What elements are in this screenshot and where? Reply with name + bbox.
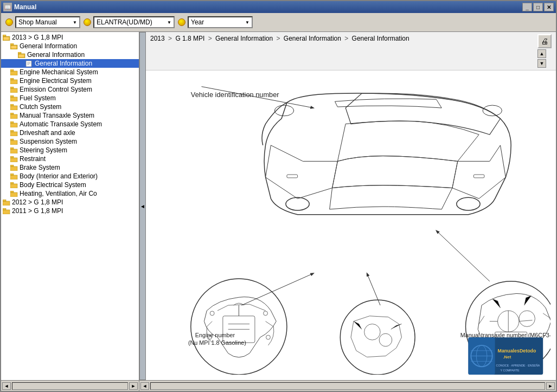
- breadcrumb-sep-2: >: [208, 35, 214, 42]
- folder-icon-eng-elec: [10, 77, 18, 85]
- sidebar-item-auto-trans[interactable]: Automatic Transaxle System: [1, 120, 139, 128]
- content-scroll-left[interactable]: ◄: [140, 382, 149, 390]
- sidebar-scroll-left[interactable]: ◄: [2, 382, 11, 390]
- sidebar-item-2012[interactable]: 2012 > G 1,8 MPI: [1, 198, 139, 207]
- svg-text:.Net: .Net: [503, 355, 511, 359]
- folder-icon-auto-trans: [10, 120, 18, 128]
- window-controls: _ □ ✕: [522, 3, 554, 11]
- print-button-area: 🖨 ▲ ▼: [537, 34, 552, 68]
- year-dot: [178, 18, 185, 26]
- sidebar-item-eng-elec[interactable]: Engine Electrical System: [1, 76, 139, 85]
- year-arrow: ▼: [245, 20, 249, 25]
- breadcrumb-cat3: General Information: [352, 35, 409, 42]
- window-title: Manual: [14, 3, 36, 11]
- sidebar-scrollbar-h[interactable]: [12, 382, 128, 390]
- sidebar-item-restraint[interactable]: Restraint: [1, 155, 139, 163]
- sidebar-item-emission[interactable]: Emission Control System: [1, 85, 139, 94]
- sidebar-label-driveshaft: Driveshaft and axle: [20, 129, 75, 137]
- sidebar-label-eng-elec: Engine Electrical System: [20, 77, 92, 85]
- year-dropdown[interactable]: Year ▼: [188, 16, 253, 28]
- sidebar-item-hvac[interactable]: Heating, Ventilation, Air Co: [1, 189, 139, 198]
- sidebar-item-body[interactable]: Body (Interior and Exterior): [1, 172, 139, 181]
- svg-rect-13: [10, 71, 17, 75]
- sidebar-item-suspension[interactable]: Suspension System: [1, 137, 139, 146]
- sidebar-item-manual-trans[interactable]: Manual Transaxle System: [1, 111, 139, 120]
- scroll-up-button[interactable]: ▲: [537, 49, 546, 58]
- breadcrumb-bar: 2013 > G 1.8 MPI > General Information >…: [146, 32, 556, 70]
- year-group: Year ▼: [178, 16, 253, 28]
- svg-rect-26: [10, 121, 14, 123]
- model-dropdown[interactable]: ELANTRA(UD/MD) ▼: [93, 16, 175, 28]
- svg-rect-17: [10, 88, 17, 93]
- svg-rect-4: [10, 43, 14, 45]
- shop-manual-arrow: ▼: [73, 20, 77, 25]
- svg-point-61: [340, 300, 415, 375]
- sidebar-item-gen-info-1[interactable]: General Information: [1, 42, 139, 50]
- sidebar-item-fuel[interactable]: Fuel System: [1, 94, 139, 102]
- scroll-down-button[interactable]: ▼: [537, 59, 546, 68]
- folder-icon-clutch: [10, 103, 18, 111]
- vehicle-diagram-svg: Vehicle identification number: [151, 76, 550, 375]
- svg-rect-50: [473, 175, 484, 178]
- sidebar-item-eng-mech[interactable]: Engine Mechanical System: [1, 68, 139, 76]
- content-scroll-right[interactable]: ►: [546, 382, 555, 390]
- svg-rect-33: [10, 158, 17, 162]
- model-dot: [84, 18, 91, 26]
- sidebar-label-gen-info-2: General Information: [27, 51, 85, 59]
- sidebar-item-2011[interactable]: 2011 > G 1,8 MPI: [1, 207, 139, 215]
- car-body-group: [202, 87, 511, 215]
- folder-icon-driveshaft: [10, 129, 18, 137]
- folder-icon-2011: [2, 207, 11, 215]
- svg-rect-5: [11, 46, 17, 49]
- toolbar: Shop Manual ▼ ELANTRA(UD/MD) ▼ Year ▼: [1, 13, 556, 32]
- print-button[interactable]: 🖨: [537, 34, 552, 48]
- maximize-button[interactable]: □: [533, 3, 543, 11]
- content-bottom: ◄ ►: [139, 381, 556, 391]
- minimize-button[interactable]: _: [522, 3, 532, 11]
- sidebar-item-body-elec[interactable]: Body Electrical System: [1, 181, 139, 189]
- sidebar-item-gen-info-3[interactable]: General Information: [1, 59, 139, 68]
- content-scrollbar-h[interactable]: [150, 382, 545, 390]
- sidebar-item-gen-info-2[interactable]: General Information: [1, 50, 139, 59]
- close-button[interactable]: ✕: [544, 3, 554, 11]
- folder-icon-hvac: [10, 190, 18, 197]
- sidebar-label-body-elec: Body Electrical System: [20, 181, 86, 189]
- sidebar-item-driveshaft[interactable]: Driveshaft and axle: [1, 128, 139, 137]
- folder-icon-body-elec: [10, 181, 18, 189]
- svg-rect-35: [10, 166, 17, 171]
- folder-icon-manual-trans: [10, 112, 18, 119]
- sidebar-collapse-button[interactable]: ◄: [139, 32, 146, 380]
- sidebar-label-body: Body (Interior and Exterior): [20, 172, 98, 180]
- svg-rect-38: [10, 173, 14, 175]
- sidebar-scroll-right[interactable]: ►: [129, 382, 138, 390]
- folder-icon-emission: [10, 86, 18, 93]
- svg-rect-14: [10, 69, 14, 71]
- breadcrumb-year: 2013: [150, 35, 165, 42]
- main-content: 2013 > G 1,8 MPI General Information: [1, 32, 556, 380]
- folder-icon-eng-mech: [10, 68, 18, 76]
- svg-rect-32: [10, 147, 14, 149]
- breadcrumb-sep-4: >: [344, 35, 350, 42]
- sidebar-item-brake[interactable]: Brake System: [1, 163, 139, 172]
- sidebar-item-steering[interactable]: Steering System: [1, 146, 139, 155]
- breadcrumb-text: 2013 > G 1.8 MPI > General Information >…: [150, 34, 409, 43]
- model-group: ELANTRA(UD/MD) ▼: [84, 16, 175, 28]
- svg-rect-24: [10, 113, 14, 114]
- sidebar-item-clutch[interactable]: Clutch System: [1, 102, 139, 111]
- svg-rect-20: [10, 95, 14, 97]
- window-icon: 📖: [3, 3, 12, 11]
- svg-rect-9: [26, 61, 31, 67]
- sidebar-item-2013[interactable]: 2013 > G 1,8 MPI: [1, 33, 139, 42]
- model-label: ELANTRA(UD/MD): [97, 18, 152, 26]
- svg-text:CONOCE · APRENDE · ENSEÑA: CONOCE · APRENDE · ENSEÑA: [496, 364, 540, 367]
- svg-rect-22: [10, 104, 14, 106]
- shop-manual-dropdown[interactable]: Shop Manual ▼: [15, 16, 80, 28]
- breadcrumb-sep-1: >: [168, 35, 174, 42]
- svg-rect-2: [3, 37, 9, 40]
- folder-icon-body: [10, 172, 18, 180]
- svg-rect-23: [10, 114, 17, 119]
- svg-rect-36: [10, 165, 14, 166]
- svg-rect-29: [10, 140, 17, 145]
- sidebar-tree: 2013 > G 1,8 MPI General Information: [1, 32, 139, 216]
- svg-rect-25: [10, 123, 17, 127]
